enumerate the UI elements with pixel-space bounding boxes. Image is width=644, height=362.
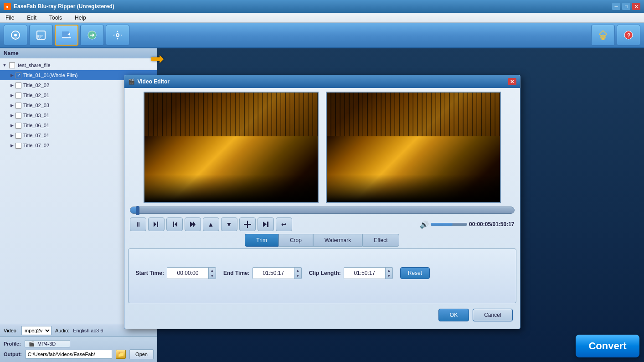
svg-rect-12 — [157, 222, 158, 227]
clip-length-input-wrapper: ▲ ▼ — [344, 267, 393, 279]
toolbar-help-button[interactable]: ? — [617, 25, 640, 46]
next-frame-button[interactable] — [185, 217, 201, 231]
time-fields: Start Time: ▲ ▼ — [136, 267, 509, 279]
tab-crop[interactable]: Crop — [278, 234, 313, 247]
cancel-button[interactable]: Cancel — [473, 309, 512, 321]
svg-text:ISO: ISO — [37, 37, 41, 40]
volume-fill — [431, 223, 453, 226]
svg-marker-15 — [190, 222, 194, 227]
timeline-thumb[interactable] — [136, 206, 139, 215]
svg-rect-14 — [173, 222, 174, 227]
video-black-bottom-right — [327, 175, 500, 202]
toolbar-edit-button[interactable] — [55, 25, 78, 46]
modal-footer: OK Cancel — [128, 305, 516, 325]
app-window: ● EaseFab Blu-ray Ripper (Unregistered) … — [0, 0, 644, 362]
end-time-input-wrapper: ▲ ▼ — [252, 267, 302, 279]
clip-length-down[interactable]: ▼ — [386, 273, 392, 279]
end-time-label: End Time: — [223, 270, 250, 276]
clip-length-group: Clip Length: ▲ ▼ — [309, 267, 393, 279]
svg-text:?: ? — [627, 32, 630, 39]
modal-close-button[interactable]: ✕ — [508, 78, 516, 85]
video-frame-left — [144, 93, 318, 202]
menu-help[interactable]: Help — [73, 14, 88, 22]
toolbar-key-button[interactable] — [591, 25, 615, 46]
start-time-group: Start Time: ▲ ▼ — [136, 267, 216, 279]
ok-button[interactable]: OK — [438, 309, 469, 321]
trim-panel: Start Time: ▲ ▼ — [128, 248, 516, 303]
tab-trim[interactable]: Trim — [245, 234, 278, 247]
end-time-group: End Time: ▲ ▼ — [223, 267, 302, 279]
skip-to-end-button[interactable] — [258, 217, 274, 231]
tab-watermark[interactable]: Watermark — [313, 234, 362, 247]
video-editor-modal: 🎬 Video Editor ✕ — [124, 75, 520, 329]
toolbar-ifo-button[interactable]: IFO/ ISO — [29, 25, 53, 46]
menu-edit[interactable]: Edit — [25, 14, 38, 22]
video-preview-left-container — [144, 92, 319, 203]
video-preview-right — [327, 93, 500, 202]
start-time-up[interactable]: ▲ — [209, 268, 216, 273]
pause-button[interactable]: ⏸ — [130, 217, 146, 231]
clip-length-label: Clip Length: — [309, 270, 341, 276]
menu-tools[interactable]: Tools — [47, 14, 64, 22]
clip-length-spinners: ▲ ▼ — [385, 268, 392, 279]
start-time-input-wrapper: ▲ ▼ — [167, 267, 216, 279]
modal-title: Video Editor — [138, 78, 170, 85]
tab-effect[interactable]: Effect — [362, 234, 399, 247]
playback-controls: ⏸ ▲ ▼ — [128, 217, 516, 231]
video-preview-left — [144, 93, 318, 202]
volume-slider[interactable] — [431, 223, 467, 226]
undo-button[interactable]: ↩ — [276, 217, 292, 231]
split-button[interactable] — [239, 217, 256, 231]
clip-length-up[interactable]: ▲ — [386, 268, 392, 273]
timeline-area[interactable] — [128, 206, 516, 215]
tree-header-label: Name — [4, 50, 19, 57]
close-button[interactable]: ✕ — [632, 3, 640, 10]
mark-out-button[interactable] — [166, 217, 183, 231]
volume-area: 🔊 00:00:05/01:50:17 — [420, 220, 514, 229]
end-time-input[interactable] — [253, 268, 294, 279]
svg-marker-16 — [193, 222, 196, 227]
end-time-up[interactable]: ▲ — [294, 268, 301, 273]
app-title: EaseFab Blu-ray Ripper (Unregistered) — [14, 3, 114, 10]
start-time-label: Start Time: — [136, 270, 164, 276]
end-time-down[interactable]: ▼ — [294, 273, 301, 279]
start-time-input[interactable] — [167, 268, 208, 279]
end-time-spinners: ▲ ▼ — [294, 268, 301, 279]
svg-rect-20 — [267, 222, 268, 227]
app-icon: ● — [4, 3, 11, 10]
title-bar: ● EaseFab Blu-ray Ripper (Unregistered) … — [0, 0, 644, 13]
title-bar-controls: ─ □ ✕ — [612, 3, 640, 10]
video-previews — [128, 92, 516, 203]
menu-file[interactable]: File — [4, 14, 16, 22]
video-black-bottom-left — [144, 175, 318, 202]
svg-text:DVD: DVD — [13, 37, 18, 40]
down-button[interactable]: ▼ — [221, 217, 237, 231]
arrow-indicator: ➡ — [150, 49, 164, 68]
maximize-button[interactable]: □ — [622, 3, 630, 10]
mark-in-button[interactable] — [148, 217, 165, 231]
main-area: Name ▼ test_share_file ▶ ✓ Title_01_01(W… — [0, 48, 644, 362]
svg-point-1 — [14, 34, 17, 36]
modal-overlay: 🎬 Video Editor ✕ — [0, 61, 644, 362]
minimize-button[interactable]: ─ — [612, 3, 620, 10]
edit-tabs: Trim Crop Watermark Effect — [128, 234, 516, 247]
start-time-spinners: ▲ ▼ — [208, 268, 216, 279]
menu-bar: File Edit Tools Help — [0, 13, 644, 23]
playback-time: 00:00:05/01:50:17 — [469, 221, 514, 228]
modal-title-bar: 🎬 Video Editor ✕ — [124, 75, 520, 88]
up-button[interactable]: ▲ — [203, 217, 219, 231]
timeline-track[interactable] — [130, 207, 515, 214]
clip-length-input[interactable] — [344, 268, 385, 279]
modal-body: ⏸ ▲ ▼ — [124, 88, 520, 329]
toolbar-dvd-button[interactable]: DVD — [4, 25, 27, 46]
svg-marker-11 — [154, 222, 156, 227]
reset-button[interactable]: Reset — [400, 267, 430, 279]
toolbar-settings-button[interactable] — [106, 25, 129, 46]
volume-icon: 🔊 — [420, 220, 429, 229]
tree-header: Name — [0, 48, 157, 58]
start-time-down[interactable]: ▼ — [209, 273, 216, 279]
toolbar-convert-button[interactable] — [80, 25, 104, 46]
video-preview-right-container — [326, 92, 501, 203]
svg-marker-19 — [263, 222, 267, 227]
toolbar: DVD IFO/ ISO — [0, 23, 644, 48]
